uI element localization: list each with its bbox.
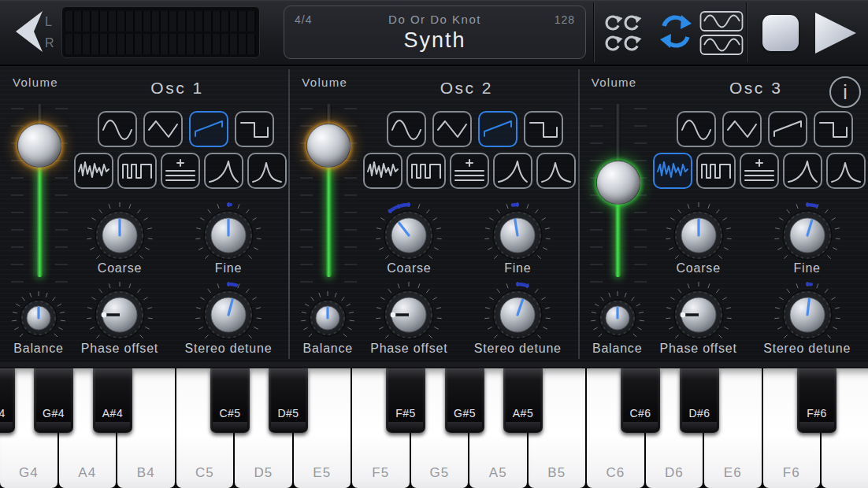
fine-label: Fine	[733, 261, 868, 275]
black-key-A#5[interactable]: A#5	[503, 368, 543, 433]
stereo-detune-label: Stereo detune	[733, 342, 868, 356]
topbar-seam	[593, 2, 594, 62]
white-key-label: G5	[411, 465, 469, 481]
level-meter	[61, 6, 260, 58]
tempo-value: 128	[555, 13, 575, 26]
white-key-label: F6	[763, 465, 821, 481]
black-key-label: D#6	[680, 407, 719, 420]
volume-slider-knob[interactable]	[306, 124, 351, 168]
black-key-G#4[interactable]: G#4	[34, 368, 73, 433]
volume-slider-knob[interactable]	[17, 124, 61, 168]
sync-loop-button[interactable]	[654, 10, 698, 57]
black-key-label: A#5	[503, 407, 543, 420]
black-key-label: C#6	[621, 407, 660, 420]
oscillator-section: VolumeOsc 1 Coarse Fine Balance Phase of…	[0, 66, 868, 362]
play-button[interactable]	[813, 11, 859, 58]
back-arrow-icon	[11, 9, 46, 54]
wave-sine-button[interactable]	[98, 111, 137, 147]
white-key-label: B4	[117, 465, 175, 481]
dual-wave-button[interactable]	[699, 10, 744, 59]
wave-peak-button[interactable]	[826, 153, 866, 189]
wave-pulse-button[interactable]	[696, 153, 736, 189]
back-button[interactable]	[11, 9, 46, 55]
instrument-name: Synth	[284, 28, 585, 53]
wave-exp-decay-button[interactable]	[204, 153, 243, 189]
black-key-C#6[interactable]: C#6	[621, 368, 660, 433]
wave-pulse-button[interactable]	[406, 153, 446, 189]
wave-additive-button[interactable]	[161, 153, 200, 189]
wave-noise-button[interactable]	[363, 153, 402, 189]
wave-peak-button[interactable]	[536, 153, 576, 189]
wave-saw-button[interactable]	[768, 111, 807, 147]
wave-exp-decay-button[interactable]	[783, 153, 822, 189]
black-key-label: F#4	[0, 407, 15, 420]
black-key-F#5[interactable]: F#5	[386, 368, 425, 433]
wave-noise-button[interactable]	[653, 153, 692, 189]
black-key-label: C#5	[210, 407, 250, 420]
black-key-label: D#5	[269, 407, 308, 420]
black-key-label: F#5	[386, 407, 425, 420]
wave-exp-decay-icon	[785, 156, 820, 187]
wave-sine-button[interactable]	[677, 111, 716, 147]
wave-noise-icon	[365, 156, 400, 187]
wave-pulse-icon	[699, 156, 733, 187]
volume-slider-knob[interactable]	[596, 161, 640, 205]
wave-sine-button[interactable]	[387, 111, 426, 147]
wave-square-button[interactable]	[814, 111, 853, 147]
wave-additive-button[interactable]	[450, 153, 489, 189]
white-key-label: E6	[704, 465, 762, 481]
black-key-label: G#4	[34, 407, 73, 420]
wave-sine-icon	[100, 114, 135, 146]
knob-face	[7, 287, 70, 349]
wave-additive-button[interactable]	[740, 153, 779, 189]
white-key-label: B5	[529, 465, 586, 481]
wave-saw-icon	[191, 114, 226, 146]
wave-triangle-button[interactable]	[432, 111, 472, 147]
wave-saw-button[interactable]	[478, 111, 517, 147]
wave-pulse-button[interactable]	[117, 153, 157, 189]
meter-right-label: R	[45, 36, 55, 50]
wave-square-button[interactable]	[235, 111, 274, 147]
dual-wave-icon	[699, 10, 744, 56]
wave-sine-icon	[389, 114, 424, 146]
white-key-label: E5	[294, 465, 351, 481]
black-key-A#4[interactable]: A#4	[93, 368, 132, 433]
black-key-F#6[interactable]: F#6	[797, 368, 836, 433]
black-key-D#5[interactable]: D#5	[269, 368, 308, 433]
wave-exp-decay-button[interactable]	[493, 153, 532, 189]
wave-triangle-button[interactable]	[722, 111, 762, 147]
wave-square-button[interactable]	[524, 111, 563, 147]
play-icon	[813, 11, 859, 55]
synth-app: L R 4/4 Do Or Do Knot Synth 128	[0, 0, 868, 488]
black-key-label: F#6	[797, 407, 836, 420]
wave-exp-decay-icon	[495, 156, 530, 187]
wave-sine-icon	[679, 114, 714, 146]
white-key-label: A5	[469, 465, 527, 481]
wave-saw-button[interactable]	[189, 111, 228, 147]
knob-face	[586, 287, 649, 349]
quad-loop-button[interactable]	[602, 12, 643, 57]
quad-loop-icon	[602, 12, 643, 54]
wave-peak-button[interactable]	[247, 153, 287, 189]
wave-noise-button[interactable]	[74, 153, 113, 189]
wave-square-icon	[816, 114, 851, 146]
wave-peak-icon	[250, 156, 284, 187]
black-key-F#4[interactable]: F#4	[0, 368, 15, 433]
wave-square-icon	[526, 114, 561, 146]
info-button[interactable]: i	[827, 74, 863, 110]
song-info-box[interactable]: 4/4 Do Or Do Knot Synth 128	[284, 6, 586, 59]
meter-row-left	[65, 11, 256, 31]
topbar-seam	[746, 2, 747, 62]
wave-triangle-button[interactable]	[143, 111, 183, 147]
black-key-D#6[interactable]: D#6	[680, 368, 719, 433]
wave-saw-icon	[770, 114, 805, 146]
black-key-C#5[interactable]: C#5	[210, 368, 250, 433]
volume-label: Volume	[302, 76, 347, 89]
stop-button[interactable]	[762, 15, 799, 51]
wave-square-icon	[237, 114, 272, 146]
wave-exp-decay-icon	[206, 156, 241, 187]
wave-pulse-icon	[409, 156, 443, 187]
wave-saw-icon	[480, 114, 515, 146]
fine-label: Fine	[443, 261, 592, 275]
black-key-G#5[interactable]: G#5	[445, 368, 484, 433]
